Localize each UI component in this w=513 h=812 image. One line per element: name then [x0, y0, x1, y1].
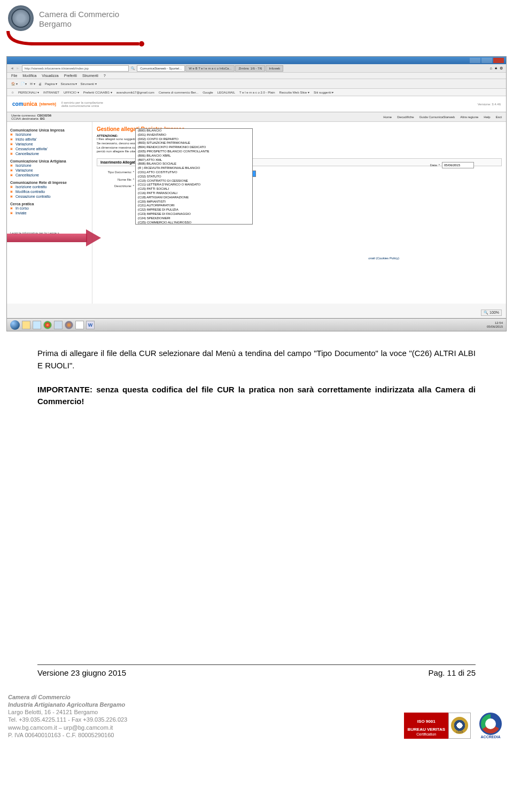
dropdown-option[interactable]: (C25) COMMERCIO ALL'INGROSSO	[136, 221, 252, 225]
taskbar-icon[interactable]	[22, 321, 30, 329]
sb-item[interactable]: Cancellazione	[10, 173, 89, 177]
sb-item[interactable]: Inviate	[10, 211, 89, 215]
taskbar-icon[interactable]: W	[86, 321, 95, 329]
fav-link[interactable]: Camera di commercio Ber...	[159, 91, 198, 94]
taskbar-icon[interactable]	[33, 321, 41, 329]
dropdown-option[interactable]: (B08) BILANCIO SOCIALE	[136, 162, 252, 166]
dropdown-option[interactable]: (C24) SPEDIZIONIERI	[136, 216, 252, 221]
menu-help[interactable]: ?	[104, 74, 106, 78]
dropdown-option[interactable]: (C10) CONTRATTO DI CESSIONE	[136, 179, 252, 183]
sb-item[interactable]: Modifica contratto	[10, 189, 89, 194]
tb-guide[interactable]: Guida ComunicaStarweb	[419, 115, 455, 119]
tb-decodifiche[interactable]: Decodifiche	[397, 115, 414, 119]
fav-link[interactable]: LEGALMAIL	[217, 91, 235, 94]
browser-tab[interactable]: Zimbra: 1/6 - 7/6	[235, 65, 265, 72]
tb-exit[interactable]: Esci	[496, 115, 502, 119]
minimize-button[interactable]	[470, 58, 480, 63]
dropdown-option[interactable]: (D05) PROSPETTO BILANCIO CONTROLLANTE	[136, 150, 252, 154]
dropdown-option[interactable]: (B00) BILANCIO	[136, 129, 252, 133]
dropdown-option[interactable]: (D02) CONTO DI REPARTO	[136, 137, 252, 142]
embedded-screenshot: ◄ ► http://starweb.infocamere.it/starweb…	[6, 56, 507, 331]
label-data: Data: *	[430, 164, 440, 167]
sb-item[interactable]: Iscrizione contratto	[10, 184, 89, 189]
tipo-documento-options[interactable]: (B00) BILANCIO(D01) INVENTARIO(D02) CONT…	[135, 128, 253, 225]
paragraph-important: IMPORTANTE: senza questa codifica del fi…	[37, 384, 476, 408]
gear-icon[interactable]: ⚙	[500, 66, 503, 71]
label-nome: Nome file: *	[97, 178, 134, 181]
sb-item[interactable]: Variazione	[10, 168, 89, 173]
star-icon[interactable]: ★	[494, 66, 498, 71]
dropdown-option[interactable]: (C15) PATTI SOCIALI	[136, 187, 252, 191]
footer-address: Camera di Commercio Industria Artigianat…	[8, 693, 127, 739]
menu-fav[interactable]: Preferiti	[64, 74, 77, 78]
dropdown-option[interactable]: (C22) IMPRESE DI PULIZIA	[136, 208, 252, 212]
fav-link[interactable]: Preferiti CCIAABG ▾	[83, 90, 112, 94]
url-field[interactable]: http://starweb.infocamere.it/starweb/ind…	[22, 65, 129, 72]
dropdown-option[interactable]: (B07) ATTO XML	[136, 158, 252, 163]
date-input[interactable]	[442, 162, 474, 168]
accredia-icon	[479, 713, 502, 735]
ie-tools-menu[interactable]: Strumenti ▾	[80, 82, 96, 86]
ie-security-menu[interactable]: Sicurezza ▾	[60, 82, 77, 86]
dropdown-option[interactable]: (C18) ARTIGIANI DICHIARAZIONE	[136, 196, 252, 200]
sb-item[interactable]: Iscrizione	[10, 163, 89, 168]
sb-item[interactable]: Inizio attivita'	[10, 137, 89, 142]
taskbar-icon[interactable]	[65, 321, 73, 329]
dropdown-option[interactable]: (C01) ATTO COSTITUTIVO	[136, 171, 252, 175]
maximize-button[interactable]	[481, 58, 492, 63]
svg-point-0	[139, 41, 144, 47]
annotation-arrow	[7, 229, 114, 246]
dropdown-option[interactable]: (D01) INVENTARIO	[136, 133, 252, 137]
home-icon[interactable]: ⌂	[490, 66, 492, 70]
start-button[interactable]	[10, 320, 20, 330]
browser-tab[interactable]: W e B T e l e m a c o InfoCa...	[185, 65, 235, 72]
sb-item[interactable]: In corso	[10, 206, 89, 211]
dropdown-option[interactable]: (B03) SITUAZIONE PATRIMONIALE	[136, 141, 252, 145]
taskbar-icon[interactable]	[43, 321, 52, 329]
fav-link[interactable]: Google	[203, 91, 213, 94]
privacy-link[interactable]: onali (Cookies Policy)	[368, 257, 399, 260]
dropdown-option[interactable]: (C20) IMPIANTISTI	[136, 200, 252, 204]
menu-view[interactable]: Visualizza	[42, 74, 58, 78]
dropdown-option[interactable]: (C02) STATUTO	[136, 175, 252, 179]
taskbar-icon[interactable]	[75, 321, 84, 329]
dropdown-option[interactable]: (R ) RICEVUTA PATRIMONIALE BILANCIO	[136, 166, 252, 171]
taskbar-icon[interactable]	[54, 321, 63, 329]
fav-link[interactable]: PERSONALI ▾	[18, 90, 39, 94]
tb-region[interactable]: Altra regione	[460, 115, 478, 119]
fav-link[interactable]: Siti suggeriti ▾	[314, 90, 333, 94]
menu-file[interactable]: File	[11, 74, 17, 78]
fav-link[interactable]: UFFICIO ▾	[64, 90, 79, 94]
app-sublogo: [starweb]	[40, 102, 56, 106]
dropdown-option[interactable]: (C21) AUTORIPARATORI	[136, 204, 252, 208]
sb-item[interactable]: Cessazione contratto	[10, 194, 89, 199]
browser-tab[interactable]: Infoweb	[266, 65, 283, 72]
browser-tab[interactable]: ComunicaStarweb - Sportel...	[137, 65, 185, 72]
fav-link[interactable]: T e l e m a c o 2.0 - Plain	[239, 91, 275, 94]
tb-help[interactable]: Help	[484, 115, 490, 119]
dropdown-option[interactable]: (C23) IMPRESE DI FACCHINAGGIO	[136, 212, 252, 216]
back-icon[interactable]: ◄	[10, 66, 14, 70]
bv-seal-icon	[451, 717, 468, 734]
sb-item[interactable]: Cancellazione	[10, 151, 89, 156]
ie-page-menu[interactable]: Pagina ▾	[45, 82, 57, 86]
app-header: comcomunicaunica [starweb] il servizio p…	[7, 96, 506, 112]
dropdown-option[interactable]: (C16) PATTI PARASOCIALI	[136, 191, 252, 196]
sb-group-title: Comunicazione Unica Impresa	[10, 128, 89, 132]
menu-edit[interactable]: Modifica	[22, 74, 36, 78]
dropdown-option[interactable]: (B06) BILANCIO XBRL	[136, 154, 252, 158]
close-button[interactable]	[493, 58, 504, 63]
forward-icon[interactable]: ►	[16, 66, 20, 70]
page-footer: Versione 23 giugno 2015 Pag. 11 di 25	[37, 664, 476, 677]
dropdown-option[interactable]: (B04) RENDICONTO PATRIMONIO DEDICATO	[136, 145, 252, 150]
menu-tools[interactable]: Strumenti	[82, 74, 98, 78]
fav-link[interactable]: Raccolta Web Slice ▾	[279, 90, 310, 94]
tb-home[interactable]: Home	[383, 115, 392, 119]
dropdown-option[interactable]: (C11) LETTERA D'INCARICO O MANDATO	[136, 183, 252, 187]
fav-link[interactable]: INTRANET	[43, 91, 59, 94]
sb-item[interactable]: Iscrizione	[10, 132, 89, 137]
sb-item[interactable]: Cessazione attivita'	[10, 146, 89, 151]
sb-item[interactable]: Variazione	[10, 142, 89, 146]
fav-link[interactable]: avandromik17@gmail.com	[116, 91, 154, 94]
org-line1: Camera di Commercio	[39, 10, 119, 19]
